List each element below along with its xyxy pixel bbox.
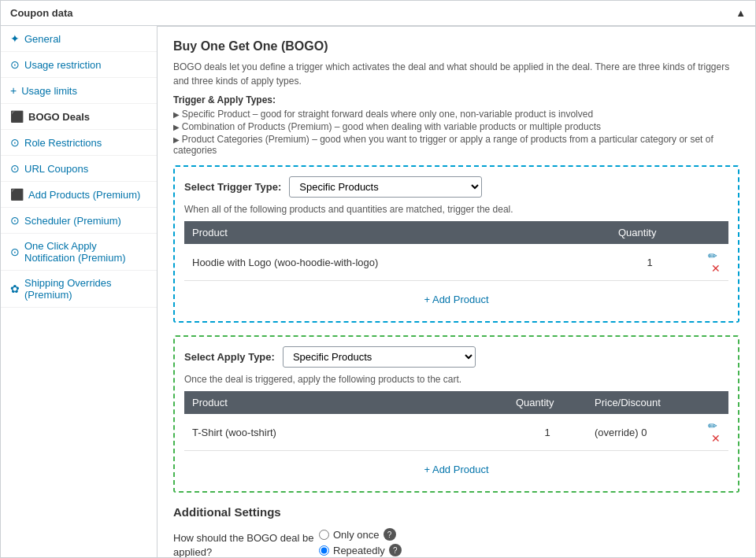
apply-col-qty: Quantity <box>508 391 587 414</box>
apply-type-select[interactable]: Specific ProductsCombination of Products… <box>283 346 476 368</box>
sidebar-label-add-products: Add Products (Premium) <box>28 189 140 201</box>
apply-select-row: Select Apply Type: Specific ProductsComb… <box>184 346 728 368</box>
trigger-select-row: Select Trigger Type: Specific ProductsCo… <box>184 176 728 198</box>
trigger-type-item: Specific Product – good for straight for… <box>173 109 739 120</box>
main-description: BOGO deals let you define a trigger whic… <box>173 60 739 88</box>
sidebar-icon-bogo-deals: ⬛ <box>10 110 24 123</box>
radio-option-only-once: Only once ? <box>319 528 739 541</box>
trigger-product-table: Product Quantity Hoodie with Logo (woo-h… <box>184 221 728 281</box>
apply-col-actions <box>689 391 728 414</box>
apply-add-product[interactable]: + Add Product <box>184 457 728 482</box>
help-icon-repeatedly[interactable]: ? <box>389 544 402 556</box>
trigger-types-label: Trigger & Apply Types: <box>173 94 739 105</box>
radio-option-repeatedly: Repeatedly ? <box>319 544 739 556</box>
trigger-type-item: Product Categories (Premium) – good when… <box>173 134 739 156</box>
apply-col-price: Price/Discount <box>587 391 689 414</box>
settings-title: Additional Settings <box>173 505 739 519</box>
apply-product-table: Product Quantity Price/Discount T-Shirt … <box>184 391 728 451</box>
sidebar-icon-shipping-overrides: ✿ <box>10 283 20 295</box>
trigger-type-item: Combination of Products (Premium) – good… <box>173 121 739 132</box>
additional-settings: Additional Settings How should the BOGO … <box>173 505 739 558</box>
trigger-box: Select Trigger Type: Specific ProductsCo… <box>173 165 739 323</box>
trigger-product-name: Hoodie with Logo (woo-hoodie-with-logo) <box>184 244 610 281</box>
sidebar-icon-general: ✦ <box>10 32 20 45</box>
sidebar-label-shipping-overrides: Shipping Overrides (Premium) <box>24 277 147 301</box>
sidebar-label-general: General <box>24 33 61 45</box>
sidebar-item-url-coupons[interactable]: ⊙URL Coupons <box>1 156 157 182</box>
apply-box-description: Once the deal is triggered, apply the fo… <box>184 374 728 385</box>
trigger-types-list: Specific Product – good for straight for… <box>173 109 739 156</box>
sidebar-item-general[interactable]: ✦General <box>1 26 157 52</box>
table-row: Hoodie with Logo (woo-hoodie-with-logo) … <box>184 244 728 281</box>
sidebar-icon-scheduler: ⊙ <box>10 214 20 227</box>
sidebar-icon-add-products: ⬛ <box>10 188 24 201</box>
trigger-product-qty: 1 <box>610 244 689 281</box>
sidebar-label-usage-limits: Usage limits <box>21 85 77 97</box>
sidebar-label-usage-restriction: Usage restriction <box>24 59 102 71</box>
apply-product-name: T-Shirt (woo-tshirt) <box>184 414 508 451</box>
trigger-col-product: Product <box>184 221 610 244</box>
bogo-apply-row: How should the BOGO deal be applied? Onl… <box>173 528 739 558</box>
sidebar-label-one-click: One Click Apply Notification (Premium) <box>24 240 147 264</box>
sidebar-icon-usage-restriction: ⊙ <box>10 58 20 71</box>
radio-input-only-once[interactable] <box>319 530 329 540</box>
apply-select-label: Select Apply Type: <box>184 351 275 363</box>
edit-icon[interactable]: ✏ <box>708 419 717 432</box>
bogo-apply-label: How should the BOGO deal be applied? <box>173 528 319 558</box>
sidebar-label-role-restrictions: Role Restrictions <box>24 137 102 149</box>
sidebar-icon-role-restrictions: ⊙ <box>10 136 20 149</box>
content-area: Buy One Get One (BOGO) BOGO deals let yo… <box>158 26 756 558</box>
sidebar-item-usage-limits[interactable]: +Usage limits <box>1 78 157 104</box>
sidebar-label-scheduler: Scheduler (Premium) <box>24 215 121 227</box>
trigger-type-select[interactable]: Specific ProductsCombination of Products… <box>289 176 482 198</box>
table-row: T-Shirt (woo-tshirt) 1 (override) 0 ✏ ✕ <box>184 414 728 451</box>
sidebar-item-usage-restriction[interactable]: ⊙Usage restriction <box>1 52 157 78</box>
trigger-product-actions: ✏ ✕ <box>689 244 728 281</box>
sidebar-icon-url-coupons: ⊙ <box>10 162 20 175</box>
page-title: Buy One Get One (BOGO) <box>173 39 739 54</box>
sidebar-icon-usage-limits: + <box>10 84 17 97</box>
sidebar-label-bogo-deals: BOGO Deals <box>28 111 90 123</box>
sidebar-item-add-products[interactable]: ⬛Add Products (Premium) <box>1 182 157 208</box>
panel-title: Coupon data <box>10 7 72 19</box>
sidebar-item-shipping-overrides[interactable]: ✿Shipping Overrides (Premium) <box>1 271 157 308</box>
delete-icon[interactable]: ✕ <box>711 432 721 445</box>
collapse-icon[interactable]: ▲ <box>736 7 746 19</box>
sidebar-item-bogo-deals[interactable]: ⬛BOGO Deals <box>1 104 157 130</box>
apply-product-qty: 1 <box>508 414 587 451</box>
sidebar: ✦General⊙Usage restriction+Usage limits⬛… <box>0 26 158 558</box>
panel-header: Coupon data ▲ <box>0 0 756 26</box>
sidebar-item-scheduler[interactable]: ⊙Scheduler (Premium) <box>1 208 157 234</box>
apply-product-actions: ✏ ✕ <box>689 414 728 451</box>
radio-input-repeatedly[interactable] <box>319 545 329 556</box>
apply-product-price: (override) 0 <box>587 414 689 451</box>
sidebar-icon-one-click: ⊙ <box>10 246 20 258</box>
help-icon-only-once[interactable]: ? <box>384 528 396 541</box>
trigger-select-label: Select Trigger Type: <box>184 181 281 193</box>
radio-label-repeatedly[interactable]: Repeatedly <box>333 545 385 556</box>
trigger-col-actions <box>689 221 728 244</box>
apply-col-product: Product <box>184 391 508 414</box>
trigger-col-qty: Quantity <box>610 221 689 244</box>
sidebar-item-role-restrictions[interactable]: ⊙Role Restrictions <box>1 130 157 156</box>
sidebar-item-one-click[interactable]: ⊙One Click Apply Notification (Premium) <box>1 234 157 271</box>
bogo-apply-control: Only once ? Repeatedly ? <box>319 528 739 556</box>
radio-group: Only once ? Repeatedly ? <box>319 528 739 556</box>
delete-icon[interactable]: ✕ <box>711 262 721 275</box>
main-layout: ✦General⊙Usage restriction+Usage limits⬛… <box>0 26 756 558</box>
page-wrapper: Coupon data ▲ ✦General⊙Usage restriction… <box>0 0 756 558</box>
radio-label-only-once[interactable]: Only once <box>333 529 380 541</box>
edit-icon[interactable]: ✏ <box>708 249 717 262</box>
apply-box: Select Apply Type: Specific ProductsComb… <box>173 335 739 493</box>
trigger-box-description: When all of the following products and q… <box>184 204 728 215</box>
trigger-add-product[interactable]: + Add Product <box>184 287 728 312</box>
sidebar-label-url-coupons: URL Coupons <box>24 163 88 175</box>
